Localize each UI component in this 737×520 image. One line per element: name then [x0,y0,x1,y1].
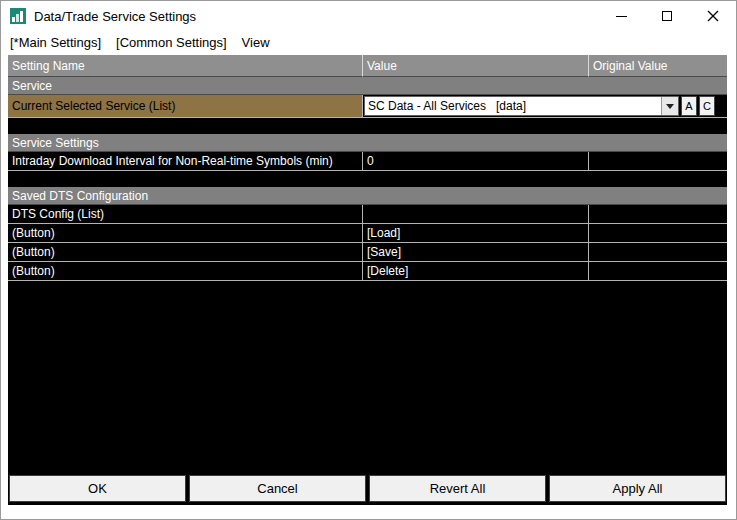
table-header-row: Setting Name Value Original Value [8,55,727,77]
app-icon [10,8,26,24]
menubar: [*Main Settings] [Common Settings] View [1,31,736,54]
setting-name-intraday-interval[interactable]: Intraday Download Interval for Non-Real-… [8,152,363,171]
settings-table: Setting Name Value Original Value Servic… [8,55,727,505]
row-current-selected-service[interactable]: Current Selected Service (List) SC Data … [8,95,727,118]
apply-all-button[interactable]: Apply All [549,475,726,502]
setting-name-save[interactable]: (Button) [8,243,363,262]
maximize-button[interactable] [644,1,690,31]
service-dropdown[interactable]: SC Data - All Services [data] [364,96,679,116]
setting-name-delete[interactable]: (Button) [8,262,363,281]
footer-button-bar: OK Cancel Revert All Apply All [8,473,727,505]
setting-name-current-selected-service[interactable]: Current Selected Service (List) [8,95,363,118]
menu-main-settings[interactable]: [*Main Settings] [10,35,101,50]
chevron-down-icon [666,104,674,109]
empty-table-area [8,281,727,473]
dropdown-arrow-button[interactable] [661,97,678,115]
row-delete-button[interactable]: (Button) [Delete] [8,262,727,281]
col-header-original-value: Original Value [589,55,727,77]
main-area: Setting Name Value Original Value Servic… [1,54,736,519]
row-intraday-download-interval[interactable]: Intraday Download Interval for Non-Real-… [8,152,727,171]
row-load-button[interactable]: (Button) [Load] [8,224,727,243]
section-saved-dts-configuration: Saved DTS Configuration [8,187,727,205]
menu-common-settings[interactable]: [Common Settings] [116,35,227,50]
revert-all-button[interactable]: Revert All [369,475,546,502]
setting-value-intraday-interval[interactable]: 0 [363,152,589,171]
cancel-button[interactable]: Cancel [189,475,366,502]
section-service-settings: Service Settings [8,134,727,152]
section-service: Service [8,77,727,95]
original-value-load [589,224,727,243]
spacer-row [8,118,727,134]
close-icon [707,10,719,22]
window-title: Data/Trade Service Settings [34,9,196,24]
service-dropdown-value: SC Data - All Services [data] [365,97,661,115]
save-button[interactable]: [Save] [363,243,589,262]
setting-value-current-selected-service: SC Data - All Services [data] A C [363,95,727,118]
maximize-icon [662,11,672,21]
original-value-delete [589,262,727,281]
row-dts-config-list[interactable]: DTS Config (List) [8,205,727,224]
spacer-row [8,171,727,187]
menu-view[interactable]: View [242,35,270,50]
delete-button[interactable]: [Delete] [363,262,589,281]
minimize-button[interactable] [598,1,644,31]
minimize-icon [616,16,627,17]
window-controls [598,1,736,31]
setting-name-load[interactable]: (Button) [8,224,363,243]
setting-name-dts-config[interactable]: DTS Config (List) [8,205,363,224]
service-a-button[interactable]: A [681,96,697,116]
setting-value-dts-config[interactable] [363,205,589,224]
original-value-dts-config [589,205,727,224]
service-c-button[interactable]: C [699,96,715,116]
col-header-setting-name: Setting Name [8,55,363,77]
original-value-intraday-interval [589,152,727,171]
titlebar: Data/Trade Service Settings [1,1,736,31]
ok-button[interactable]: OK [9,475,186,502]
row-save-button[interactable]: (Button) [Save] [8,243,727,262]
original-value-save [589,243,727,262]
close-button[interactable] [690,1,736,31]
data-trade-service-settings-window: Data/Trade Service Settings [*Main Setti… [0,0,737,520]
load-button[interactable]: [Load] [363,224,589,243]
col-header-value: Value [363,55,589,77]
